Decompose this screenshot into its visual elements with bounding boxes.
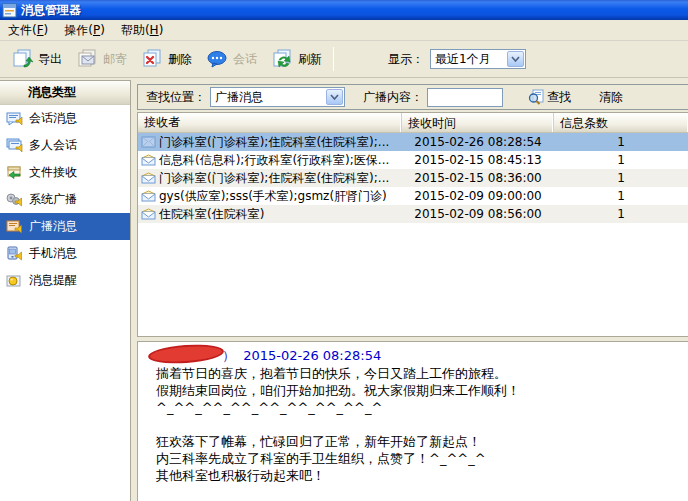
session-label: 会话 — [233, 51, 257, 68]
message-body-line: 假期结束回岗位，咱们开始加把劲。祝大家假期归来工作顺利！ — [144, 382, 688, 399]
message-body-line: 其他科室也积极行动起来吧！ — [144, 467, 688, 484]
display-range-value: 最近1个月 — [431, 51, 506, 68]
chevron-down-icon[interactable] — [507, 51, 524, 67]
system-broadcast-icon — [6, 192, 23, 208]
sidebar-item-message-alert[interactable]: 消息提醒 — [0, 267, 130, 294]
sidebar-item-label: 消息提醒 — [29, 272, 77, 289]
column-header-count[interactable]: 信息条数 — [554, 113, 688, 132]
refresh-label: 刷新 — [298, 51, 322, 68]
display-label: 显示： — [388, 51, 424, 68]
menu-help[interactable]: 帮助(H) — [113, 20, 171, 41]
sidebar-item-broadcast-message[interactable]: 广播消息 — [0, 213, 130, 240]
message-detail-panel: ） 2015-02-26 08:28:54 揣着节日的喜庆，抱着节日的快乐，今日… — [137, 341, 688, 501]
message-body-line: ^_^^_^^_^^_^^_^^_^^_^^_^ — [144, 399, 688, 416]
table-header: 接收者 接收时间 信息条数 — [138, 113, 688, 133]
envelope-icon — [141, 190, 156, 202]
sidebar-item-label: 文件接收 — [29, 164, 77, 181]
message-body-line: 内三科率先成立了科室的手卫生组织，点赞了！^_^^_^ — [144, 450, 688, 467]
message-timestamp: 2015-02-26 08:28:54 — [239, 348, 381, 363]
mail-button[interactable]: 邮寄 — [69, 45, 134, 73]
message-sender-line: ） 2015-02-26 08:28:54 — [144, 347, 688, 365]
chevron-down-icon[interactable] — [326, 89, 343, 105]
search-location-label: 查找位置： — [146, 89, 206, 106]
sidebar-item-file-receive[interactable]: 文件接收 — [0, 159, 130, 186]
message-body-line — [144, 416, 688, 433]
envelope-icon — [141, 172, 156, 184]
sidebar-item-mobile-message[interactable]: 手机消息 — [0, 240, 130, 267]
search-location-select[interactable]: 广播消息 — [210, 87, 345, 107]
refresh-icon — [271, 49, 295, 69]
session-button[interactable]: 会话 — [199, 45, 264, 73]
table-row[interactable]: 门诊科室(门诊科室);住院科室(住院科室);... 2015-02-26 08:… — [138, 133, 688, 151]
message-body-line: 狂欢落下了帷幕，忙碌回归了正常，新年开始了新起点！ — [144, 433, 688, 450]
sidebar-header: 消息类型 — [0, 81, 130, 105]
menu-file[interactable]: 文件(F) — [0, 20, 56, 41]
find-label: 查找 — [547, 89, 571, 106]
mobile-message-icon — [6, 246, 23, 262]
app-icon — [2, 3, 17, 18]
search-location-value: 广播消息 — [211, 89, 325, 106]
sidebar-item-label: 多人会话 — [29, 137, 77, 154]
message-table: 接收者 接收时间 信息条数 门诊科室(门诊科室);住院科室(住院科室);... … — [137, 112, 688, 337]
envelope-icon — [141, 136, 156, 148]
delete-icon — [141, 49, 165, 69]
export-icon — [11, 49, 35, 69]
sidebar-item-label: 广播消息 — [29, 218, 77, 235]
menu-bar: 文件(F) 操作(P) 帮助(H) — [0, 20, 688, 41]
find-button[interactable]: 查找 — [523, 87, 575, 108]
title-bar: 消息管理器 — [0, 0, 688, 20]
column-header-time[interactable]: 接收时间 — [402, 113, 554, 132]
export-label: 导出 — [38, 51, 62, 68]
sidebar-item-label: 会话消息 — [29, 110, 77, 127]
display-range-select[interactable]: 最近1个月 — [430, 49, 526, 69]
message-alert-icon — [6, 273, 23, 289]
window-title: 消息管理器 — [21, 2, 81, 19]
delete-label: 删除 — [168, 51, 192, 68]
sidebar-item-label: 手机消息 — [29, 245, 77, 262]
main-panel: 查找位置： 广播消息 广播内容： 查找 清除 接收者 接收时间 信息条数 — [132, 80, 688, 501]
column-header-receiver[interactable]: 接收者 — [138, 113, 402, 132]
chat-icon — [206, 49, 230, 69]
search-content-input[interactable] — [427, 88, 503, 107]
export-button[interactable]: 导出 — [4, 45, 69, 73]
toolbar: 导出 邮寄 删除 会话 刷新 — [0, 41, 688, 78]
envelope-icon — [141, 154, 156, 166]
table-row[interactable]: 门诊科室(门诊科室);住院科室(住院科室);... 2015-02-15 08:… — [138, 169, 688, 187]
file-receive-icon — [6, 165, 23, 181]
envelope-icon — [141, 208, 156, 220]
search-icon — [527, 89, 545, 105]
toolbar-separator — [333, 47, 334, 71]
mail-label: 邮寄 — [103, 51, 127, 68]
sidebar: 消息类型 会话消息 多人会话 文件接收 — [0, 80, 131, 501]
search-content-label: 广播内容： — [363, 89, 423, 106]
sidebar-item-session-message[interactable]: 会话消息 — [0, 105, 130, 132]
refresh-button[interactable]: 刷新 — [264, 45, 329, 73]
menu-operate[interactable]: 操作(P) — [56, 20, 113, 41]
sidebar-item-label: 系统广播 — [29, 191, 77, 208]
message-body-line: 揣着节日的喜庆，抱着节日的快乐，今日又踏上工作的旅程。 — [144, 365, 688, 382]
session-message-icon — [6, 111, 23, 127]
mail-icon — [76, 49, 100, 69]
group-session-icon — [6, 138, 23, 154]
sidebar-item-system-broadcast[interactable]: 系统广播 — [0, 186, 130, 213]
table-row[interactable]: 信息科(信息科);行政科室(行政科室);医保... 2015-02-15 08:… — [138, 151, 688, 169]
sidebar-item-group-session[interactable]: 多人会话 — [0, 132, 130, 159]
clear-button[interactable]: 清除 — [593, 87, 629, 108]
table-row[interactable]: gys(供应室);sss(手术室);gsmz(肝肾门诊) 2015-02-09 … — [138, 187, 688, 205]
table-row[interactable]: 住院科室(住院科室) 2015-02-09 08:56:00 1 — [138, 205, 688, 223]
broadcast-message-icon — [6, 219, 23, 235]
search-bar: 查找位置： 广播消息 广播内容： 查找 清除 — [137, 84, 688, 110]
delete-button[interactable]: 删除 — [134, 45, 199, 73]
